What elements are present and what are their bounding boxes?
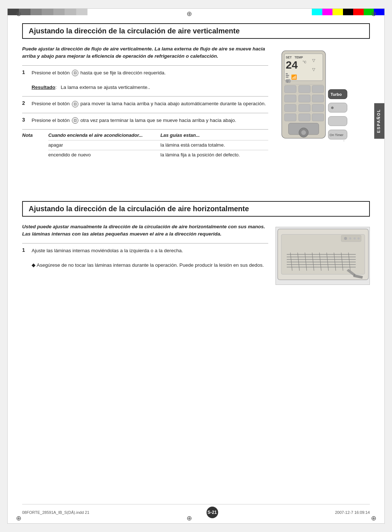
svg-rect-23 [285, 85, 297, 93]
svg-rect-33 [299, 114, 311, 121]
section1-text-col: Puede ajustar la dirección de flujo de a… [22, 45, 268, 160]
step1-btn: ⊡ [72, 70, 78, 76]
note-row1-col2: la lámina está cerrada totalme. [160, 142, 268, 148]
section1: Ajustando la dirección de la circulación… [22, 23, 370, 160]
step1: 1 Presione el botón ⊡ hasta que se fije … [22, 65, 268, 91]
reg-mark-br: ⊕ [370, 515, 377, 522]
svg-rect-34 [312, 114, 324, 121]
svg-rect-29 [285, 104, 297, 111]
step2-btn: ⊡ [72, 101, 78, 107]
reg-mark-tr: ⊕ [370, 10, 377, 17]
ac-unit-image [275, 227, 370, 285]
section2-intro: Usted puede ajustar manualmente la direc… [22, 223, 268, 238]
note-header-row: Nota Cuando encienda el aire acondiciona… [22, 132, 268, 138]
svg-text:▽: ▽ [312, 58, 315, 62]
section2-step1: 1 Ajuste las láminas internas moviéndola… [22, 243, 268, 269]
note-col1-header: Cuando encienda el aire acondicionador..… [48, 132, 156, 138]
svg-point-60 [358, 237, 360, 240]
note-row-2: encendido de nuevo la lámina fija a la p… [48, 150, 268, 160]
svg-rect-25 [312, 85, 324, 93]
note-col2-header: Las guías estan... [160, 132, 268, 138]
svg-rect-31 [312, 104, 324, 111]
svg-text:▽: ▽ [312, 67, 315, 71]
svg-text:24: 24 [286, 59, 298, 71]
reg-mark-tl: ⊕ [15, 10, 22, 17]
section2-step1-content: Ajuste las láminas internas moviéndolas … [32, 247, 264, 269]
section1-title: Ajustando la dirección de la circulación… [22, 23, 370, 39]
section1-content: Puede ajustar la dirección de flujo de a… [22, 45, 370, 160]
footer: 08FORTE_28591A_IB_S(DÂ).indd 21 S-21 200… [22, 504, 370, 518]
page: ⊕ ⊕ ⊕ ⊕ ⊕ ⊕ ESPAÑOL Ajustando la direcci… [7, 8, 385, 524]
step1-result-label: Resultado [32, 85, 55, 90]
step1-result-text: : La lama externa se ajusta verticalment… [55, 85, 150, 90]
section2-text-col: Usted puede ajustar manualmente la direc… [22, 223, 268, 285]
note-label: Nota [22, 132, 44, 138]
step3-num: 3 [22, 117, 27, 124]
note-row1-col1: apagar [48, 142, 156, 148]
step2: 2 Presione el botón ⊡ para mover la lama… [22, 96, 268, 107]
remote-control-image: SET TEMP 24 °C ▽ ▽ 📶 ▽ [275, 49, 355, 143]
svg-text:°C: °C [303, 60, 307, 64]
svg-point-57 [344, 237, 347, 240]
svg-point-59 [354, 237, 356, 240]
step2-content: Presione el botón ⊡ para mover la lama h… [32, 100, 266, 107]
svg-text:↑: ↑ [343, 139, 344, 143]
step3-btn: ⊡ [72, 117, 78, 124]
svg-rect-9 [286, 75, 289, 76]
section2-title: Ajustando la dirección de la circulación… [22, 201, 370, 217]
svg-rect-26 [285, 95, 297, 102]
section2-step1-num: 1 [22, 247, 27, 269]
svg-point-58 [349, 237, 351, 240]
step2-num: 2 [22, 100, 27, 107]
step1-text: Presione el botón ⊡ hasta que se fije la… [32, 70, 166, 75]
footer-right: 2007-12-7 16:09:14 [335, 510, 370, 515]
step1-num: 1 [22, 69, 27, 91]
svg-text:📶: 📶 [291, 74, 297, 80]
section1-intro: Puede ajustar la dirección de flujo de a… [22, 45, 268, 60]
svg-rect-28 [312, 95, 324, 102]
page-number: S-21 [207, 507, 218, 518]
step3-content: Presione el botón ⊡ otra vez para termin… [32, 117, 236, 124]
section2-step1-text: Ajuste las láminas internas moviéndolas … [32, 248, 183, 253]
svg-rect-18 [328, 116, 347, 126]
section2-image-col [275, 223, 370, 285]
svg-rect-27 [299, 95, 311, 102]
note-row-1: apagar la lámina está cerrada totalme. [48, 140, 268, 150]
svg-text:Turbo: Turbo [331, 92, 342, 97]
svg-text:❄: ❄ [331, 106, 334, 110]
note-row2-col2: la lámina fija a la posición del defecto… [160, 152, 268, 158]
svg-rect-24 [299, 85, 311, 93]
side-tab-espanol: ESPAÑOL [374, 103, 384, 139]
svg-rect-8 [286, 73, 288, 74]
footer-left: 08FORTE_28591A_IB_S(DÂ).indd 21 [22, 510, 89, 515]
svg-text:On Timer: On Timer [330, 133, 343, 137]
svg-text:▽: ▽ [286, 79, 289, 83]
note-table: Nota Cuando encienda el aire acondiciona… [22, 129, 268, 160]
svg-rect-32 [285, 114, 297, 121]
svg-point-37 [301, 130, 306, 135]
svg-rect-10 [286, 77, 288, 78]
section1-image-col: SET TEMP 24 °C ▽ ▽ 📶 ▽ [275, 45, 370, 160]
section2: Ajustando la dirección de la circulación… [22, 201, 370, 285]
section2-bullet: ◆ Asegúrese de no tocar las láminas inte… [32, 262, 264, 268]
step3: 3 Presione el botón ⊡ otra vez para term… [22, 113, 268, 124]
step1-content: Presione el botón ⊡ hasta que se fije la… [32, 69, 166, 91]
svg-rect-30 [299, 104, 311, 111]
reg-mark-bl: ⊕ [15, 515, 22, 522]
section2-content: Usted puede ajustar manualmente la direc… [22, 223, 370, 285]
note-row2-col1: encendido de nuevo [48, 152, 156, 158]
reg-mark-top: ⊕ [185, 10, 193, 17]
